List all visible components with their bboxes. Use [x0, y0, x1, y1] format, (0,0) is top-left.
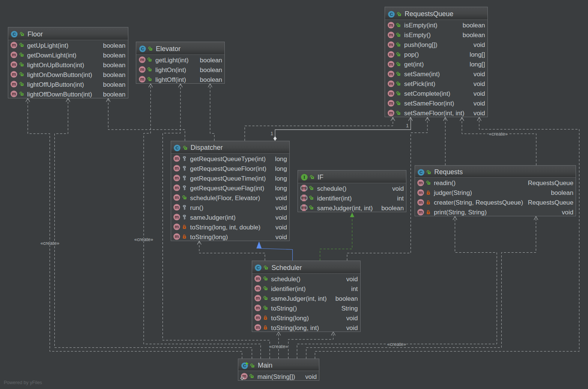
svg-text:«create»: «create» — [489, 131, 508, 137]
svg-text:m: m — [389, 71, 393, 77]
svg-text:C: C — [257, 265, 260, 270]
svg-text:m: m — [12, 81, 16, 87]
svg-text:m: m — [140, 57, 144, 62]
svg-text:«create»: «create» — [41, 240, 60, 246]
svg-text:m: m — [140, 77, 144, 82]
svg-text:m: m — [418, 210, 423, 215]
svg-text:m: m — [389, 62, 393, 67]
svg-text:m: m — [389, 91, 393, 96]
svg-text:m: m — [256, 325, 260, 330]
svg-text:m: m — [418, 200, 423, 205]
svg-text:m: m — [12, 72, 16, 77]
svg-text:m: m — [140, 67, 144, 72]
svg-text:m: m — [175, 214, 179, 220]
svg-text:«create»: «create» — [134, 237, 153, 242]
svg-text:m: m — [389, 110, 393, 116]
svg-text:C: C — [420, 170, 423, 175]
svg-text:m: m — [256, 276, 260, 281]
svg-text:m: m — [175, 224, 179, 229]
svg-text:C: C — [176, 145, 179, 151]
svg-text:C: C — [389, 12, 393, 17]
svg-text:C: C — [141, 47, 144, 52]
svg-text:m: m — [389, 32, 393, 38]
svg-text:m: m — [175, 156, 179, 161]
svg-text:m: m — [256, 286, 260, 291]
svg-text:m: m — [175, 234, 179, 239]
svg-text:m: m — [175, 195, 179, 200]
svg-text:m: m — [175, 205, 179, 210]
svg-text:m: m — [389, 42, 393, 47]
svg-text:m: m — [389, 23, 393, 28]
svg-text:m: m — [12, 62, 16, 67]
svg-text:m: m — [256, 305, 260, 311]
svg-text:m: m — [175, 166, 179, 171]
svg-text:«create»: «create» — [269, 344, 288, 349]
svg-text:m: m — [302, 195, 306, 201]
svg-text:m: m — [175, 185, 179, 190]
svg-text:m: m — [302, 185, 306, 191]
svg-text:m: m — [175, 175, 179, 181]
svg-text:m: m — [389, 101, 393, 106]
svg-text:m: m — [256, 296, 260, 301]
svg-text:C: C — [13, 32, 16, 37]
svg-text:m: m — [302, 205, 306, 210]
svg-text:m: m — [256, 315, 260, 320]
svg-text:m: m — [418, 180, 423, 185]
svg-text:1: 1 — [406, 123, 409, 128]
svg-text:m: m — [12, 42, 16, 48]
svg-text:m: m — [418, 190, 423, 195]
svg-text:m: m — [12, 52, 16, 57]
svg-text:m: m — [12, 91, 16, 96]
svg-text:m: m — [389, 52, 393, 57]
svg-text:1: 1 — [271, 131, 274, 136]
svg-text:«create»: «create» — [387, 341, 406, 347]
svg-text:C: C — [243, 363, 246, 368]
svg-text:m: m — [389, 81, 393, 86]
svg-text:I: I — [303, 175, 305, 180]
